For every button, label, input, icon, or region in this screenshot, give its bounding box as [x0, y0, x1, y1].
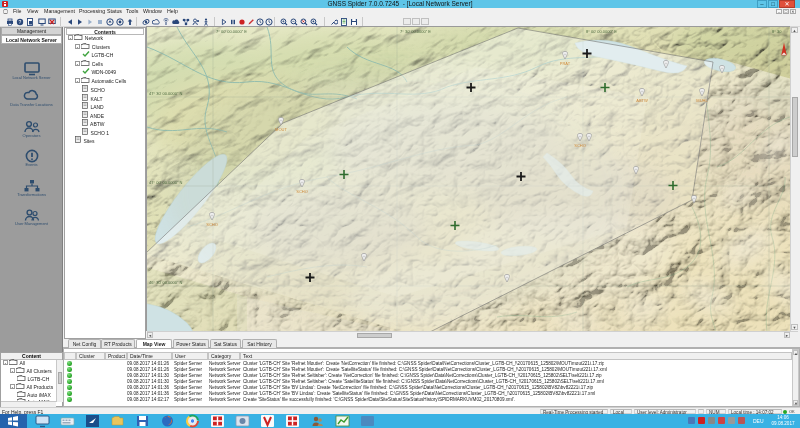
svg-text:SCHO: SCHO	[296, 189, 308, 194]
svg-text:7° 30' 00.0000" E: 7° 30' 00.0000" E	[400, 29, 431, 34]
svg-text:SCHO: SCHO	[206, 222, 218, 227]
svg-text:SCHO: SCHO	[574, 143, 586, 148]
svg-text:PRAT: PRAT	[560, 61, 571, 66]
svg-text:47° 00' 00.0000" N: 47° 00' 00.0000" N	[149, 180, 182, 185]
svg-text:47° 30' 00.0000" N: 47° 30' 00.0000" N	[149, 91, 182, 96]
svg-text:MOUT: MOUT	[275, 127, 287, 132]
svg-text:8° 00' 00.0000" E: 8° 00' 00.0000" E	[586, 29, 617, 34]
svg-text:7° 00' 00.0000" E: 7° 00' 00.0000" E	[216, 29, 247, 34]
svg-text:?: ?	[19, 19, 22, 25]
svg-text:46° 30' 00.0000" N: 46° 30' 00.0000" N	[149, 280, 182, 285]
svg-text:8° 30: 8° 30	[772, 29, 782, 34]
svg-text:ABTW: ABTW	[636, 98, 648, 103]
svg-text:MUHL: MUHL	[696, 98, 708, 103]
